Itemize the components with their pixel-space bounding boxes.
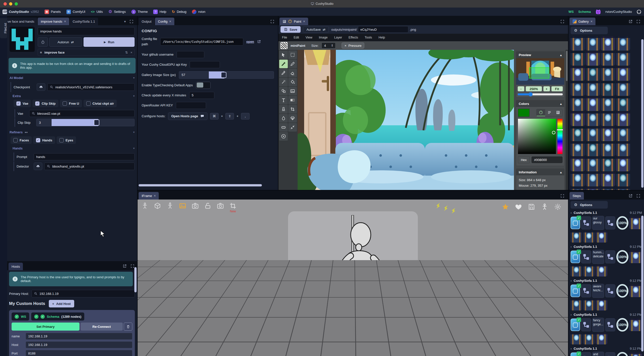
redo-icon[interactable] xyxy=(157,325,165,333)
popout-icon[interactable] xyxy=(628,19,633,24)
tool-blur[interactable] xyxy=(279,114,288,123)
close-window-button[interactable] xyxy=(4,2,7,6)
hosts-scrollbar[interactable] xyxy=(134,267,137,292)
gallery-thumbnail[interactable] xyxy=(586,82,600,96)
step-thumbnail[interactable] xyxy=(583,231,595,243)
step-app-icon[interactable]: ✓ xyxy=(571,319,580,331)
tab-gallery[interactable]: Gallery× xyxy=(570,18,595,25)
step-caption[interactable]: our glossy xyxy=(592,216,604,230)
gallery-thumbnail[interactable] xyxy=(586,97,600,111)
expand-icon[interactable] xyxy=(636,194,640,198)
openpose-icon[interactable] xyxy=(166,202,174,210)
chevron-down-icon[interactable]: ▾ xyxy=(124,20,126,23)
host-address-input[interactable]: 192.168.1.19 xyxy=(26,341,132,348)
step-header[interactable]: › Cushy/Sofa 1.1 9:12 PM xyxy=(571,245,642,249)
checkpoint-select[interactable]: realisticVisionV51_v51VAE.safetensors xyxy=(47,83,135,91)
menu-edit[interactable]: Edit xyxy=(294,36,299,39)
step-thumbnail[interactable] xyxy=(583,333,595,344)
popout-icon[interactable] xyxy=(123,264,127,268)
gallery-thumbnail[interactable] xyxy=(616,157,630,171)
gallery-thumbnail[interactable] xyxy=(601,187,615,190)
update-input[interactable]: 5 xyxy=(189,92,214,99)
open-config-link[interactable]: open xyxy=(246,40,254,44)
gallery-thumbnail[interactable] xyxy=(586,187,600,190)
menu-file[interactable]: File xyxy=(282,36,287,39)
tool-pencil[interactable] xyxy=(288,60,297,68)
config-hscrollbar[interactable] xyxy=(139,184,262,186)
step-workflow-button[interactable] xyxy=(581,318,591,331)
close-icon[interactable]: × xyxy=(590,19,592,23)
gallery-thumbnail[interactable] xyxy=(616,142,630,156)
gallery-thumbnail[interactable] xyxy=(571,142,585,156)
step-thumbnail[interactable] xyxy=(571,333,582,344)
step-caption[interactable]: humm... delicate xyxy=(592,250,604,264)
step-workflow-button[interactable] xyxy=(581,250,591,263)
preview-zoom-slider[interactable] xyxy=(518,93,563,95)
gallery-thumbnail[interactable] xyxy=(571,36,585,51)
reorder-icon[interactable]: ⇅ xyxy=(125,51,128,54)
gallery-thumbnail[interactable] xyxy=(586,66,600,81)
github-icon[interactable] xyxy=(636,9,641,14)
gallery-thumbnail[interactable] xyxy=(571,172,585,186)
steps-scrollbar[interactable] xyxy=(641,216,643,351)
tool-text[interactable] xyxy=(279,96,288,104)
width-field[interactable]: Width512 xyxy=(249,322,275,334)
menu-user[interactable]: rvion xyxy=(192,10,205,14)
pose-hand-icon[interactable] xyxy=(145,344,152,352)
gallery-thumbnail[interactable] xyxy=(571,51,585,66)
tab-steps[interactable]: Steps xyxy=(570,192,584,200)
repo-link[interactable]: rvion/CushyStudio xyxy=(606,10,632,14)
step-app-icon[interactable]: ✓ xyxy=(571,251,580,263)
host-port-input[interactable]: 8188 xyxy=(26,350,132,356)
step-thumbnail[interactable] xyxy=(596,231,607,243)
gallery-thumbnail[interactable] xyxy=(601,51,615,66)
steps-options-button[interactable]: ⚙Options xyxy=(571,201,608,209)
vae-select[interactable]: blessed2.vae.pt xyxy=(29,110,135,117)
external-link-icon[interactable] xyxy=(257,40,261,44)
reconnect-button[interactable]: Re-Connect xyxy=(80,323,123,331)
preview-depth-button[interactable]: Preview Depth (toggle) xyxy=(324,322,370,334)
autosave-button[interactable]: AutoSave⇄ xyxy=(303,26,329,33)
step-graph-button[interactable] xyxy=(605,250,615,263)
step-thumbnail[interactable] xyxy=(596,265,607,276)
section-hands[interactable]: Hands▾ xyxy=(13,146,135,150)
gallery-thumbnail[interactable] xyxy=(571,127,585,141)
delete-host-button[interactable] xyxy=(124,323,132,331)
gallery-size-slider[interactable]: 57 xyxy=(179,71,274,79)
gallery-thumbnail[interactable] xyxy=(616,172,630,186)
step-output-thumbnail[interactable] xyxy=(629,319,642,331)
gallery-thumbnail[interactable] xyxy=(601,142,615,156)
tab-output[interactable]: Output xyxy=(139,18,154,25)
export-openpose-with-hands-button[interactable]: Export OpenPose with hands xyxy=(420,336,467,348)
depth-slider[interactable] xyxy=(335,342,370,343)
expand-icon[interactable] xyxy=(130,264,135,268)
export-canny-button[interactable]: Export Canny xyxy=(278,336,321,348)
expand-icon[interactable] xyxy=(129,19,134,24)
step-thumbnail[interactable] xyxy=(596,299,607,310)
step-output-thumbnail[interactable] xyxy=(629,285,642,297)
cloudgpu-input[interactable] xyxy=(190,61,220,68)
step-app-icon[interactable]: ✓ xyxy=(571,285,580,297)
background-image-icon[interactable] xyxy=(179,202,186,210)
tool-magic-wand[interactable] xyxy=(279,78,288,86)
gallery-thumbnail[interactable] xyxy=(616,36,630,51)
gallery-thumbnail[interactable] xyxy=(616,82,630,96)
brush-size-input[interactable]: 4▲▼ xyxy=(321,43,336,49)
brand[interactable]: ⌨ CushyStudio v2952 xyxy=(3,10,39,14)
add-figure-icon[interactable] xyxy=(141,202,149,210)
checkbox-eyes[interactable]: Eyes xyxy=(57,136,76,144)
schema-status-pill[interactable]: ✓✓Schema(1289 nodes) xyxy=(31,312,84,321)
step-app-icon[interactable]: ✓ xyxy=(571,352,580,356)
pose-viewport[interactable]: New xyxy=(138,200,568,356)
clip-skip-slider[interactable]: 3 xyxy=(36,119,135,126)
gallery-options-button[interactable]: ⚙Options xyxy=(571,27,608,34)
current-color-swatch[interactable] xyxy=(518,109,530,117)
draft-name-input[interactable]: improve hands xyxy=(38,27,135,35)
menu-settings[interactable]: ⚙Settings xyxy=(108,9,126,14)
hosts-tab[interactable]: Hosts xyxy=(9,263,23,270)
step-thumbnail[interactable] xyxy=(571,231,582,243)
mannequin-icon[interactable] xyxy=(177,344,184,352)
ws-status-pill[interactable]: ✓WS xyxy=(12,312,29,321)
gallery-thumbnail[interactable] xyxy=(601,157,615,171)
gallery-thumbnail[interactable] xyxy=(601,112,615,126)
